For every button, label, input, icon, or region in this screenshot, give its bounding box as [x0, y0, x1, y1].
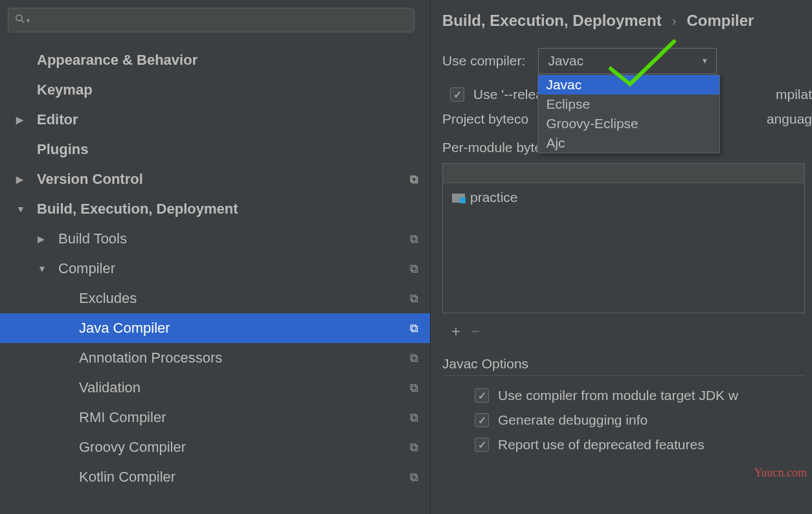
- project-scope-icon: ⧉: [410, 441, 430, 454]
- sidebar-item-label: Version Control: [37, 171, 410, 188]
- sidebar-item-label: Build, Execution, Deployment: [37, 201, 430, 218]
- project-scope-icon: ⧉: [410, 232, 430, 246]
- sidebar-item-appearance-behavior[interactable]: ▶Appearance & Behavior: [0, 45, 430, 75]
- use-compiler-label: Use compiler:: [442, 53, 525, 69]
- sidebar-item-label: Annotation Processors: [79, 350, 410, 366]
- compiler-option-eclipse[interactable]: Eclipse: [538, 95, 719, 114]
- javac-option-label: Use compiler from module target JDK w: [498, 388, 738, 403]
- module-folder-icon: [452, 192, 465, 203]
- svg-line-1: [21, 20, 24, 23]
- sidebar-item-label: RMI Compiler: [79, 409, 410, 426]
- sidebar-item-kotlin-compiler[interactable]: ▶Kotlin Compiler⧉: [0, 462, 430, 492]
- javac-option-checkbox[interactable]: [475, 388, 489, 403]
- sidebar-item-label: Appearance & Behavior: [37, 52, 430, 69]
- chevron-down-icon: ▼: [16, 204, 37, 214]
- chevron-right-icon: ▶: [38, 234, 58, 244]
- sidebar-item-label: Validation: [79, 379, 410, 396]
- project-scope-icon: ⧉: [410, 173, 430, 186]
- sidebar-item-rmi-compiler[interactable]: ▶RMI Compiler⧉: [0, 403, 430, 432]
- javac-options-title: Javac Options: [442, 356, 805, 376]
- breadcrumb-segment[interactable]: Compiler: [686, 12, 754, 30]
- javac-option-row: Generate debugging info: [475, 412, 812, 428]
- sidebar-item-keymap[interactable]: ▶Keymap: [0, 75, 430, 105]
- project-scope-icon: ⧉: [410, 262, 430, 276]
- sidebar-item-version-control[interactable]: ▶Version Control⧉: [0, 164, 430, 194]
- add-button[interactable]: +: [451, 322, 460, 341]
- project-scope-icon: ⧉: [410, 352, 430, 365]
- sidebar-item-label: Build Tools: [58, 230, 410, 247]
- module-table-body: practice: [443, 183, 804, 313]
- settings-tree: ▶Appearance & Behavior▶Keymap▶Editor▶Plu…: [0, 40, 430, 492]
- sidebar-item-annotation-processors[interactable]: ▶Annotation Processors⧉: [0, 343, 430, 373]
- sidebar-item-label: Keymap: [37, 82, 430, 98]
- breadcrumb-segment[interactable]: Build, Execution, Deployment: [442, 12, 662, 30]
- search-icon: [15, 14, 25, 27]
- compiler-dropdown-value: Javac: [548, 53, 583, 69]
- compiler-option-ajc[interactable]: Ajc: [538, 133, 719, 153]
- sidebar-item-validation[interactable]: ▶Validation⧉: [0, 373, 430, 403]
- sidebar-item-compiler[interactable]: ▼Compiler⧉: [0, 254, 430, 284]
- sidebar-item-label: Excludes: [79, 290, 410, 307]
- sidebar-item-excludes[interactable]: ▶Excludes⧉: [0, 284, 430, 313]
- compiler-option-groovy-eclipse[interactable]: Groovy-Eclipse: [538, 114, 719, 133]
- breadcrumb: Build, Execution, Deployment › Compiler: [442, 12, 812, 30]
- sidebar-item-groovy-compiler[interactable]: ▶Groovy Compiler⧉: [0, 432, 430, 462]
- sidebar-item-java-compiler[interactable]: ▶Java Compiler⧉: [0, 313, 430, 343]
- chevron-down-icon: ▼: [38, 263, 58, 274]
- module-table-toolbar: + −: [442, 318, 812, 351]
- search-input[interactable]: ▾: [8, 8, 414, 32]
- settings-sidebar: ▾ ▶Appearance & Behavior▶Keymap▶Editor▶P…: [0, 0, 431, 514]
- watermark-text: Yuucn.com: [754, 466, 807, 480]
- use-compiler-row: Use compiler: Javac ▼ JavacEclipseGroovy…: [442, 48, 812, 74]
- settings-main-panel: Build, Execution, Deployment › Compiler …: [431, 0, 812, 514]
- chevron-down-icon: ▼: [701, 56, 708, 65]
- compiler-option-javac[interactable]: Javac: [538, 75, 719, 95]
- javac-option-row: Use compiler from module target JDK w: [475, 388, 812, 403]
- svg-point-0: [16, 15, 22, 21]
- sidebar-item-label: Groovy Compiler: [79, 439, 410, 456]
- project-scope-icon: ⧉: [410, 322, 430, 335]
- sidebar-item-label: Compiler: [58, 260, 410, 277]
- javac-option-label: Generate debugging info: [498, 412, 648, 428]
- javac-option-checkbox[interactable]: [475, 438, 489, 452]
- project-scope-icon: ⧉: [410, 471, 430, 484]
- javac-option-row: Report use of deprecated features: [475, 437, 812, 453]
- search-container: ▾: [0, 8, 430, 40]
- release-label-prefix: Use '--relea: [473, 87, 543, 102]
- sidebar-item-label: Plugins: [37, 141, 430, 158]
- sidebar-item-label: Editor: [37, 111, 430, 128]
- compiler-dropdown[interactable]: Javac ▼ JavacEclipseGroovy-EclipseAjc: [538, 48, 717, 74]
- sidebar-item-editor[interactable]: ▶Editor: [0, 105, 430, 135]
- chevron-right-icon: ▶: [16, 115, 37, 125]
- remove-button[interactable]: −: [471, 322, 480, 341]
- javac-options-section: Javac Options Use compiler from module t…: [442, 356, 812, 453]
- project-scope-icon: ⧉: [410, 292, 430, 306]
- project-bytecode-label: Project byteco: [442, 111, 528, 127]
- module-table-header: [443, 164, 804, 183]
- javac-option-label: Report use of deprecated features: [498, 437, 705, 453]
- release-checkbox[interactable]: [450, 87, 464, 102]
- sidebar-item-build-execution-deployment[interactable]: ▼Build, Execution, Deployment: [0, 194, 430, 224]
- table-row[interactable]: practice: [452, 190, 795, 205]
- project-scope-icon: ⧉: [410, 381, 430, 395]
- compiler-dropdown-list: JavacEclipseGroovy-EclipseAjc: [537, 74, 720, 153]
- sidebar-item-plugins[interactable]: ▶Plugins: [0, 135, 430, 164]
- search-dropdown-arrow-icon: ▾: [27, 17, 30, 24]
- chevron-right-icon: ▶: [16, 174, 37, 184]
- javac-option-checkbox[interactable]: [475, 413, 489, 427]
- module-bytecode-table: practice: [442, 163, 805, 313]
- sidebar-item-label: Kotlin Compiler: [79, 469, 410, 486]
- sidebar-item-build-tools[interactable]: ▶Build Tools⧉: [0, 224, 430, 254]
- chevron-right-icon: ›: [672, 14, 677, 28]
- project-scope-icon: ⧉: [410, 411, 430, 425]
- module-name: practice: [470, 190, 518, 205]
- sidebar-item-label: Java Compiler: [79, 320, 410, 337]
